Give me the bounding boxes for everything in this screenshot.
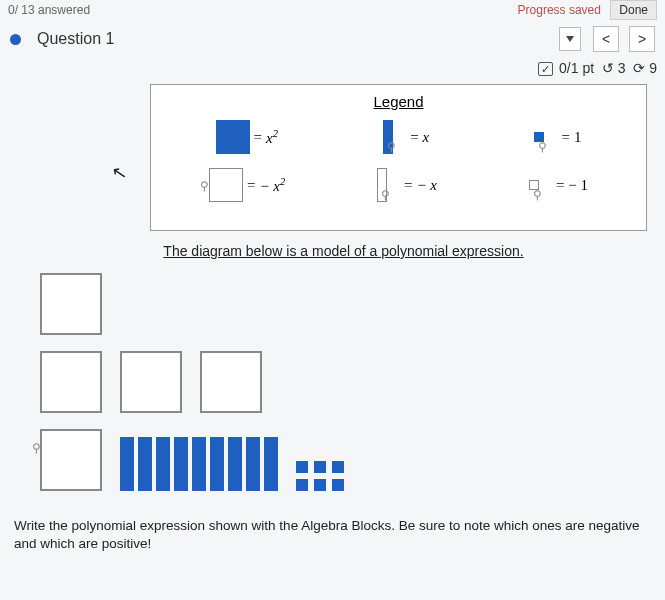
question-dropdown[interactable] bbox=[559, 27, 581, 51]
magnifier-icon: ⚲ bbox=[32, 441, 98, 489]
magnifier-icon: ⚲ bbox=[387, 140, 396, 155]
check-icon bbox=[538, 60, 555, 76]
legend-neg-x2-var: x bbox=[273, 178, 280, 194]
eq-label: = bbox=[404, 177, 412, 194]
legend-box: Legend = x2 ⚲ = x ⚲ = 1 ⚲ = − x2 bbox=[150, 84, 647, 231]
tile-x2-icon bbox=[216, 120, 250, 154]
done-button[interactable]: Done bbox=[610, 0, 657, 20]
score-bar: 0/1 pt ↺ 3 ⟳ 9 bbox=[0, 58, 665, 84]
legend-x2-exp: 2 bbox=[273, 128, 278, 139]
tile-neg-x2-block bbox=[40, 351, 102, 413]
progress-saved-label: Progress saved bbox=[518, 3, 601, 17]
tile-neg-x2-icon: ⚲ bbox=[209, 168, 243, 202]
legend-row-positive: = x2 ⚲ = x ⚲ = 1 bbox=[163, 120, 634, 154]
eq-label: = bbox=[254, 129, 262, 146]
legend-row-negative: ⚲ = − x2 ⚲ = − x ⚲ = − 1 bbox=[163, 168, 634, 202]
legend-neg-x-var: − x bbox=[417, 177, 438, 194]
eq-label: = bbox=[556, 177, 564, 194]
next-question-button[interactable]: > bbox=[629, 26, 655, 52]
tile-x-block bbox=[192, 437, 206, 491]
diagram-area: ⚲ bbox=[0, 267, 665, 491]
diagram-subtitle: The diagram below is a model of a polyno… bbox=[40, 243, 647, 259]
x-bars-group bbox=[120, 437, 278, 491]
points-label: 0/1 pt bbox=[559, 60, 594, 76]
chevron-down-icon bbox=[566, 36, 574, 42]
eq-label: = bbox=[561, 129, 569, 146]
unit-tiles-group bbox=[296, 461, 344, 491]
status-dot-icon bbox=[10, 34, 21, 45]
legend-x-var: x bbox=[423, 129, 430, 146]
question-prompt: Write the polynomial expression shown wi… bbox=[0, 507, 665, 553]
tile-1-block bbox=[296, 461, 308, 473]
magnifier-icon: ⚲ bbox=[533, 188, 542, 203]
legend-neg-1-var: − 1 bbox=[568, 177, 588, 194]
question-title: Question 1 bbox=[37, 30, 114, 48]
retry-count: 3 bbox=[618, 60, 626, 76]
legend-x2-var: x bbox=[266, 130, 273, 146]
magnifier-icon: ⚲ bbox=[381, 188, 390, 203]
legend-neg-x2-exp: 2 bbox=[280, 176, 285, 187]
legend-neg-pre: − bbox=[259, 178, 273, 194]
legend-title: Legend bbox=[163, 93, 634, 110]
tile-neg-x2-block: ⚲ bbox=[40, 429, 102, 491]
cycle-icon: ⟳ bbox=[633, 60, 645, 76]
tile-x-block bbox=[264, 437, 278, 491]
tile-1-block bbox=[332, 461, 344, 473]
legend-1-var: 1 bbox=[574, 129, 582, 146]
legend-item-neg-1: ⚲ = − 1 bbox=[529, 177, 588, 194]
tile-x-block bbox=[246, 437, 260, 491]
tile-x-block bbox=[228, 437, 242, 491]
tile-1-block bbox=[332, 479, 344, 491]
tile-neg-x2-block bbox=[40, 273, 102, 335]
magnifier-icon: ⚲ bbox=[538, 140, 547, 155]
legend-item-x: ⚲ = x bbox=[383, 120, 429, 154]
tile-neg-x2-block bbox=[200, 351, 262, 413]
tile-x-block bbox=[210, 437, 224, 491]
tile-1-block bbox=[314, 479, 326, 491]
tile-x-block bbox=[156, 437, 170, 491]
cursor-icon: ↖ bbox=[110, 161, 129, 185]
legend-item-1: ⚲ = 1 bbox=[534, 129, 581, 146]
cycle-count: 9 bbox=[649, 60, 657, 76]
tile-x-block bbox=[120, 437, 134, 491]
prev-question-button[interactable]: < bbox=[593, 26, 619, 52]
eq-label: = bbox=[410, 129, 418, 146]
tile-x-block bbox=[138, 437, 152, 491]
tile-1-block bbox=[296, 479, 308, 491]
tile-neg-x2-block bbox=[120, 351, 182, 413]
legend-item-neg-x: ⚲ = − x bbox=[377, 168, 437, 202]
magnifier-icon: ⚲ bbox=[200, 179, 240, 201]
answered-count: 0/ 13 answered bbox=[8, 3, 90, 17]
tile-x-block bbox=[174, 437, 188, 491]
legend-item-x2: = x2 bbox=[216, 120, 278, 154]
retry-icon: ↺ bbox=[602, 60, 614, 76]
eq-label: = bbox=[247, 177, 255, 194]
legend-item-neg-x2: ⚲ = − x2 bbox=[209, 168, 285, 202]
tile-1-block bbox=[314, 461, 326, 473]
